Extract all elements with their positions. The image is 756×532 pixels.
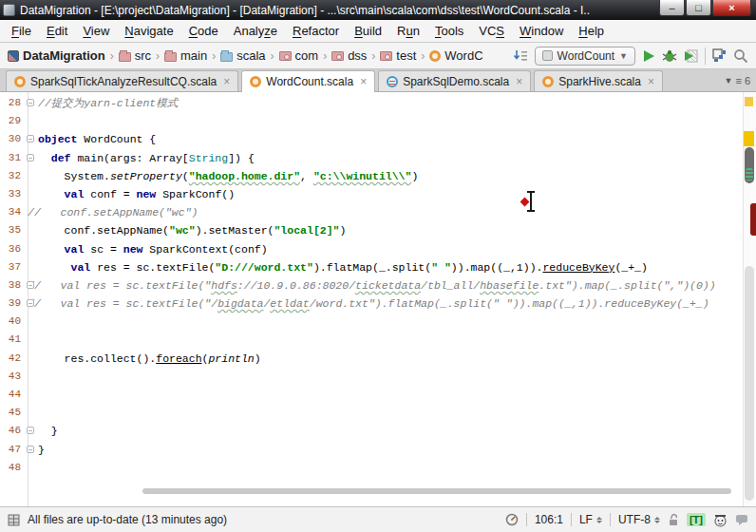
menu-view[interactable]: View [75, 21, 117, 41]
warning-marker-icon[interactable] [745, 97, 753, 106]
maximize-button[interactable]: □ [686, 0, 711, 16]
code-text[interactable]: } [38, 441, 45, 459]
line-number: 48 [0, 459, 25, 477]
minimize-button[interactable]: – [659, 0, 685, 16]
code-text[interactable]: val sc = new SparkContext(conf) [38, 240, 268, 258]
line-number: 47 [0, 441, 25, 459]
code-text[interactable]: object WordCount { [38, 130, 156, 148]
code-line-42: 42 res.collect().foreach(println) [0, 350, 756, 368]
code-text[interactable]: def main(args: Array[String]) { [38, 149, 255, 167]
menu-code[interactable]: Code [181, 21, 226, 41]
code-line-40: 40 [0, 313, 756, 331]
updown-arrows-icon [654, 517, 660, 523]
code-text[interactable]: } [38, 422, 58, 440]
run-button[interactable] [642, 49, 655, 63]
tab-overflow-controls[interactable]: ▼ ≡ 6 [725, 75, 750, 91]
run-configuration-select[interactable]: WordCount ▼ [535, 47, 635, 66]
code-text[interactable]: // val res = sc.textFile("/bigdata/etlda… [28, 294, 709, 313]
unlocked-padlock-icon[interactable] [668, 513, 679, 526]
fold-marker-icon[interactable] [27, 281, 34, 289]
menu-edit[interactable]: Edit [39, 21, 75, 41]
menu-window[interactable]: Window [512, 21, 571, 41]
horizontal-scrollbar[interactable] [142, 488, 731, 494]
tab-WordCount.scala[interactable]: WordCount.scala× [241, 70, 375, 92]
tab-list-icon[interactable]: ≡ [735, 75, 741, 86]
breadcrumb-datamigration[interactable]: DataMigration [8, 48, 105, 63]
code-text[interactable]: res.collect().foreach(println) [38, 350, 261, 368]
line-number: 46 [0, 422, 25, 440]
menu-analyze[interactable]: Analyze [226, 21, 285, 41]
search-everywhere-icon[interactable] [733, 48, 748, 64]
close-button[interactable]: × [712, 0, 751, 16]
menu-tools[interactable]: Tools [427, 21, 471, 41]
bytecode-sort-icon[interactable] [513, 49, 528, 63]
menu-vcs[interactable]: VCS [471, 21, 512, 41]
vertical-scrollbar-track[interactable] [745, 266, 754, 501]
menu-file[interactable]: File [4, 21, 39, 41]
title-bar[interactable]: DataMigration - [E:\project\DataMigratio… [0, 0, 756, 20]
code-line-36: 36 val sc = new SparkContext(conf) [0, 240, 756, 258]
updown-arrows-icon [596, 517, 602, 523]
code-line-46: 46 } [0, 422, 756, 440]
line-number: 37 [0, 258, 25, 276]
performance-gauge-icon[interactable] [505, 513, 519, 526]
fold-marker-icon[interactable] [27, 446, 34, 453]
code-text[interactable]: //提交为yarn-client模式 [38, 94, 178, 112]
status-bar: All files are up-to-date (13 minutes ago… [0, 506, 756, 532]
message-bubble-icon[interactable] [735, 514, 748, 525]
fold-marker-icon[interactable] [27, 427, 34, 434]
menu-refactor[interactable]: Refactor [285, 21, 347, 41]
tool-windows-icon[interactable] [712, 48, 727, 63]
menu-build[interactable]: Build [347, 21, 389, 41]
code-text[interactable]: // val res = sc.textFile("hdfs://10.9.0.… [28, 276, 716, 294]
window-title: DataMigration - [E:\project\DataMigratio… [20, 4, 659, 17]
folder-blue-icon [220, 52, 233, 62]
code-text[interactable]: System.setProperty("hadoop.home.dir", "c… [38, 167, 418, 185]
code-text[interactable]: conf.setAppName("wc").setMaster("local[2… [38, 221, 346, 239]
code-text[interactable]: val conf = new SparkConf() [38, 185, 235, 203]
fold-marker-icon[interactable] [27, 154, 34, 162]
breadcrumb-separator: › [370, 49, 376, 63]
encoding-select[interactable]: UTF-8 [618, 513, 660, 526]
tab-SparkSqlTickAnalyzeResultCQ.scala[interactable]: SparkSqlTickAnalyzeResultCQ.scala× [6, 70, 238, 91]
run-with-coverage-button[interactable] [684, 49, 698, 63]
error-stripe[interactable] [743, 92, 756, 506]
fold-marker-icon[interactable] [27, 135, 34, 142]
menu-run[interactable]: Run [389, 21, 427, 41]
typo-mode-badge[interactable]: [T] [687, 513, 706, 526]
tab-close-icon[interactable]: × [648, 75, 654, 88]
line-number: 28 [0, 94, 25, 112]
breadcrumb-com[interactable]: com [279, 48, 319, 63]
tab-close-icon[interactable]: × [516, 75, 522, 88]
code-line-28: 28//提交为yarn-client模式 [0, 94, 756, 112]
code-editor[interactable]: 28//提交为yarn-client模式2930object WordCount… [0, 92, 756, 506]
line-number: 35 [0, 221, 25, 239]
breadcrumb-src[interactable]: src [119, 48, 151, 63]
chevron-down-icon[interactable]: ▼ [725, 76, 733, 86]
code-line-38: 38// val res = sc.textFile("hdfs://10.9.… [0, 276, 756, 294]
toolbox-icon[interactable] [8, 514, 20, 526]
code-text[interactable]: // conf.setAppName("wc") [28, 203, 198, 221]
menu-help[interactable]: Help [571, 21, 612, 41]
vertical-scrollbar-thumb[interactable] [745, 147, 754, 183]
breadcrumb-test[interactable]: test [380, 48, 416, 63]
code-text[interactable]: val res = sc.textFile("D:///word.txt").f… [38, 258, 648, 276]
breadcrumb-wordc[interactable]: WordC [429, 48, 482, 63]
warning-marker-icon[interactable] [744, 131, 754, 146]
tab-SparkHive.scala[interactable]: SparkHive.scala× [534, 70, 663, 91]
breadcrumb-dss[interactable]: dss [331, 48, 367, 63]
tab-close-icon[interactable]: × [223, 75, 230, 88]
breadcrumb-separator: › [270, 49, 275, 63]
hector-inspector-icon[interactable] [713, 513, 728, 527]
fold-marker-icon[interactable] [27, 99, 34, 106]
caret-position[interactable]: 106:1 [535, 513, 563, 526]
menu-navigate[interactable]: Navigate [117, 21, 180, 41]
tab-SparkSqlDemo.scala[interactable]: SparkSqlDemo.scala× [378, 70, 531, 91]
debug-button[interactable] [662, 49, 677, 63]
breadcrumb-separator: › [109, 49, 115, 63]
line-separator-select[interactable]: LF [579, 513, 602, 526]
breadcrumb-main[interactable]: main [164, 48, 207, 63]
fold-marker-icon[interactable] [27, 299, 34, 307]
tab-close-icon[interactable]: × [360, 75, 367, 88]
breadcrumb-scala[interactable]: scala [220, 48, 265, 63]
